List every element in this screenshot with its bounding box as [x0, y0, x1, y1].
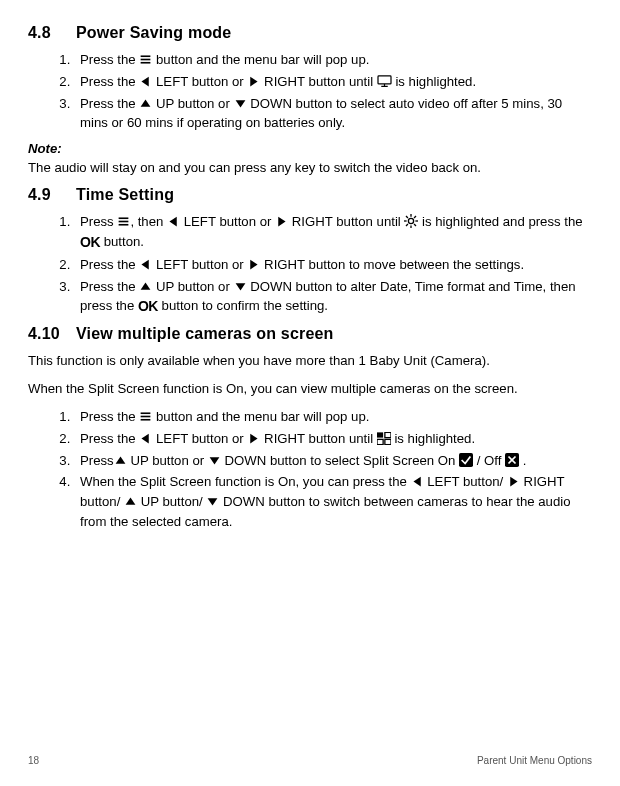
svg-marker-8	[141, 99, 151, 106]
svg-marker-26	[141, 282, 151, 289]
section-4-9-steps: Press , then LEFT button or RIGHT button…	[28, 212, 592, 317]
note-label: Note:	[28, 141, 592, 156]
menu-icon	[139, 53, 152, 66]
step-item: Press , then LEFT button or RIGHT button…	[74, 212, 592, 253]
section-4-9-title: Time Setting	[76, 186, 174, 203]
section-4-10-num: 4.10	[28, 325, 76, 343]
svg-marker-13	[169, 217, 176, 227]
svg-line-22	[406, 224, 408, 226]
x-box-icon	[505, 453, 519, 467]
right-arrow-icon	[247, 432, 260, 445]
section-4-8-num: 4.8	[28, 24, 76, 42]
right-arrow-icon	[247, 258, 260, 271]
svg-rect-35	[377, 439, 383, 444]
up-arrow-icon	[139, 280, 152, 293]
up-arrow-icon	[124, 495, 137, 508]
step-item: Press the UP button or DOWN button to se…	[74, 94, 592, 134]
ok-icon: OK	[80, 234, 100, 250]
footer: 18 Parent Unit Menu Options	[28, 755, 592, 766]
svg-rect-5	[378, 76, 391, 84]
svg-marker-25	[251, 259, 258, 269]
svg-marker-38	[209, 457, 219, 464]
check-box-icon	[459, 453, 473, 467]
svg-marker-45	[126, 498, 136, 505]
page-number: 18	[28, 755, 39, 766]
svg-rect-34	[385, 432, 391, 437]
section-4-10-heading: 4.10View multiple cameras on screen	[28, 325, 592, 343]
right-arrow-icon	[275, 215, 288, 228]
section-4-10-steps: Press the button and the menu bar will p…	[28, 407, 592, 532]
svg-marker-27	[235, 283, 245, 290]
section-4-8-heading: 4.8Power Saving mode	[28, 24, 592, 42]
svg-marker-3	[142, 76, 149, 86]
step-item: When the Split Screen function is On, yo…	[74, 472, 592, 531]
left-arrow-icon	[167, 215, 180, 228]
svg-line-20	[406, 216, 408, 218]
left-arrow-icon	[139, 258, 152, 271]
menu-icon	[139, 410, 152, 423]
svg-marker-37	[115, 456, 125, 463]
step-item: Press the LEFT button or RIGHT button to…	[74, 255, 592, 275]
svg-line-21	[414, 224, 416, 226]
section-4-9-heading: 4.9Time Setting	[28, 186, 592, 204]
left-arrow-icon	[139, 432, 152, 445]
section-4-8-steps: Press the button and the menu bar will p…	[28, 50, 592, 133]
section-4-8-title: Power Saving mode	[76, 24, 231, 41]
step-item: Press the button and the menu bar will p…	[74, 407, 592, 427]
svg-marker-24	[142, 259, 149, 269]
svg-rect-36	[385, 439, 391, 444]
section-4-9-num: 4.9	[28, 186, 76, 204]
menu-icon	[117, 215, 130, 228]
svg-marker-4	[251, 76, 258, 86]
right-arrow-icon	[247, 75, 260, 88]
step-item: Press the UP button or DOWN button to al…	[74, 277, 592, 318]
down-arrow-icon	[208, 454, 221, 467]
split-screen-icon	[377, 432, 391, 445]
svg-point-15	[409, 218, 414, 223]
svg-marker-31	[142, 433, 149, 443]
footer-title: Parent Unit Menu Options	[477, 755, 592, 766]
monitor-icon	[377, 75, 392, 88]
down-arrow-icon	[234, 97, 247, 110]
svg-marker-44	[510, 477, 517, 487]
step-item: Press UP button or DOWN button to select…	[74, 451, 592, 471]
svg-line-23	[414, 216, 416, 218]
svg-marker-43	[413, 477, 420, 487]
right-arrow-icon	[507, 475, 520, 488]
step-item: Press the button and the menu bar will p…	[74, 50, 592, 70]
down-arrow-icon	[234, 280, 247, 293]
gear-icon	[404, 214, 418, 228]
section-4-10-intro2: When the Split Screen function is On, yo…	[28, 379, 592, 399]
svg-rect-33	[377, 432, 383, 437]
step-item: Press the LEFT button or RIGHT button un…	[74, 72, 592, 92]
up-arrow-icon	[114, 454, 127, 467]
step-item: Press the LEFT button or RIGHT button un…	[74, 429, 592, 449]
svg-marker-9	[235, 100, 245, 107]
ok-icon: OK	[138, 298, 158, 314]
svg-marker-14	[278, 217, 285, 227]
section-4-10-intro1: This function is only available when you…	[28, 351, 592, 371]
up-arrow-icon	[139, 97, 152, 110]
section-4-10-title: View multiple cameras on screen	[76, 325, 334, 342]
left-arrow-icon	[411, 475, 424, 488]
svg-marker-46	[208, 498, 218, 505]
left-arrow-icon	[139, 75, 152, 88]
page: 4.8Power Saving mode Press the button an…	[0, 0, 620, 786]
note-text: The audio will stay on and you can press…	[28, 158, 592, 178]
svg-rect-39	[459, 453, 473, 467]
svg-marker-32	[251, 433, 258, 443]
down-arrow-icon	[206, 495, 219, 508]
